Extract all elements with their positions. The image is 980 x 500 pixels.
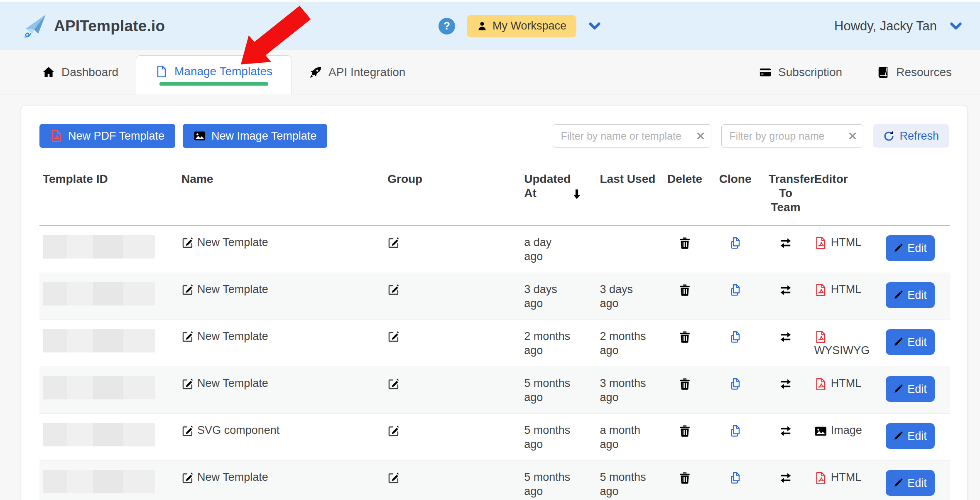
refresh-button[interactable]: Refresh: [873, 124, 949, 148]
editor-type: Image: [831, 424, 862, 436]
edit-group-icon[interactable]: [387, 331, 399, 343]
template-name: New Template: [197, 283, 268, 296]
active-tab-indicator: [159, 82, 268, 86]
trash-icon[interactable]: [679, 237, 691, 249]
new-image-template-button[interactable]: New Image Template: [183, 124, 327, 148]
templates-table: Template ID Name Group Updated At Last U…: [39, 166, 950, 500]
trash-icon[interactable]: [679, 378, 691, 390]
clone-icon[interactable]: [729, 472, 742, 484]
edit-button[interactable]: Edit: [886, 470, 935, 496]
pencil-icon: [894, 478, 903, 488]
tab-resources[interactable]: Resources: [860, 50, 969, 94]
template-id-redacted: [43, 423, 155, 446]
col-editor: Editor: [811, 166, 882, 226]
updated-at: 5 months ago: [524, 470, 573, 498]
templates-toolbar: New PDF Template New Image Template: [39, 124, 949, 148]
pdf-file-icon: [814, 330, 827, 343]
templates-panel: New PDF Template New Image Template: [21, 105, 968, 500]
edit-button[interactable]: Edit: [886, 329, 935, 355]
transfer-icon[interactable]: [779, 472, 792, 484]
table-row: New Template a day ago HTML Edit: [39, 226, 950, 273]
table-row: New Template 5 months ago 3 months ago H…: [39, 367, 950, 414]
new-pdf-template-button[interactable]: New PDF Template: [39, 124, 175, 148]
col-template-id: Template ID: [39, 166, 178, 226]
help-icon[interactable]: ?: [439, 18, 455, 34]
pdf-file-icon: [50, 130, 63, 142]
tab-dashboard[interactable]: Dashboard: [25, 50, 136, 94]
filter-name-input[interactable]: [553, 124, 690, 148]
editor-type: HTML: [831, 377, 862, 389]
tab-api-integration-label: API Integration: [328, 66, 405, 79]
tab-manage-templates[interactable]: Manage Templates: [136, 55, 292, 94]
editor-type: WYSIWYG: [814, 344, 870, 357]
transfer-icon[interactable]: [779, 284, 792, 296]
pdf-file-icon: [814, 378, 827, 391]
template-name: SVG component: [197, 424, 279, 436]
user-chevron-down-icon[interactable]: [949, 20, 963, 33]
pencil-icon: [894, 431, 903, 441]
rename-icon[interactable]: [181, 284, 194, 296]
clear-name-filter-button[interactable]: [690, 124, 711, 148]
pdf-file-icon: [814, 472, 827, 485]
tab-resources-label: Resources: [896, 66, 952, 79]
rename-icon[interactable]: [181, 331, 194, 343]
col-transfer: Transfer To Team: [760, 166, 811, 226]
refresh-icon: [883, 131, 894, 142]
clone-icon[interactable]: [729, 378, 742, 390]
last-used: 3 days ago: [600, 282, 649, 310]
template-id-redacted: [43, 282, 155, 305]
rename-icon[interactable]: [181, 378, 194, 390]
template-id-redacted: [43, 376, 155, 399]
clone-icon[interactable]: [729, 425, 742, 437]
main-nav: Dashboard Manage Templates API Integrati…: [0, 50, 980, 94]
edit-button[interactable]: Edit: [886, 235, 935, 261]
rename-icon[interactable]: [181, 425, 194, 437]
clone-icon[interactable]: [729, 237, 742, 249]
edit-group-icon[interactable]: [387, 472, 399, 484]
pencil-icon: [894, 384, 903, 394]
rocket-icon: [309, 66, 322, 79]
edit-group-icon[interactable]: [387, 237, 399, 249]
col-last-used: Last Used: [597, 166, 660, 226]
trash-icon[interactable]: [679, 284, 691, 296]
transfer-icon[interactable]: [779, 425, 792, 437]
edit-button[interactable]: Edit: [886, 282, 935, 308]
edit-group-icon[interactable]: [387, 425, 399, 437]
editor-type: HTML: [831, 283, 862, 296]
transfer-icon[interactable]: [779, 378, 792, 390]
top-header: APITemplate.io ? My Workspace Howdy, Jac…: [0, 0, 980, 50]
col-updated-at[interactable]: Updated At: [521, 166, 596, 226]
edit-group-icon[interactable]: [387, 378, 399, 390]
transfer-icon[interactable]: [779, 331, 792, 343]
user-menu[interactable]: Howdy, Jacky Tan: [834, 2, 963, 50]
tab-api-integration[interactable]: API Integration: [292, 50, 423, 94]
new-image-template-label: New Image Template: [211, 130, 316, 143]
col-actions: [882, 166, 950, 226]
trash-icon[interactable]: [679, 425, 691, 437]
clone-icon[interactable]: [729, 331, 742, 343]
col-name: Name: [178, 166, 384, 226]
edit-button[interactable]: Edit: [886, 376, 935, 402]
trash-icon[interactable]: [679, 472, 691, 484]
tab-subscription[interactable]: Subscription: [742, 50, 860, 94]
trash-icon[interactable]: [679, 331, 691, 343]
rename-icon[interactable]: [181, 237, 194, 249]
clone-icon[interactable]: [729, 284, 742, 296]
edit-group-icon[interactable]: [387, 284, 399, 296]
last-used: 5 months ago: [600, 470, 649, 498]
table-row: New Template 2 months ago 2 months ago W…: [39, 320, 950, 367]
workspace-badge[interactable]: My Workspace: [467, 15, 576, 37]
rename-icon[interactable]: [181, 472, 194, 484]
tab-subscription-label: Subscription: [778, 66, 842, 79]
workspace-chevron-down-icon[interactable]: [588, 20, 601, 33]
filter-group-input[interactable]: [721, 124, 842, 148]
brand: APITemplate.io: [0, 13, 165, 39]
table-row: New Template 3 days ago 3 days ago HTML …: [39, 273, 950, 320]
pdf-file-icon: [814, 236, 827, 249]
clear-group-filter-button[interactable]: [842, 124, 863, 148]
name-filter-group: [553, 124, 711, 148]
edit-button[interactable]: Edit: [886, 423, 935, 449]
transfer-icon[interactable]: [779, 237, 792, 249]
clear-icon: [696, 131, 705, 140]
refresh-label: Refresh: [899, 130, 939, 143]
